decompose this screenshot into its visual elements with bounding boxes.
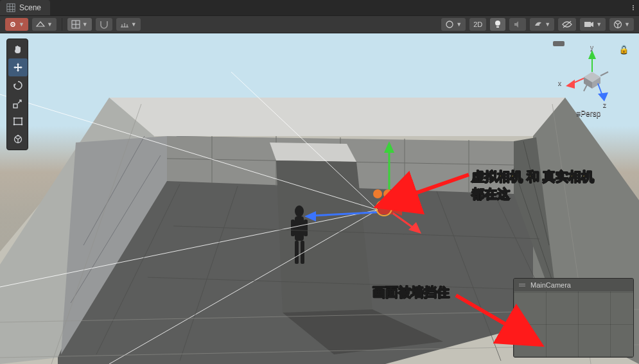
svg-point-14	[446, 21, 453, 28]
svg-rect-16	[584, 22, 591, 27]
svg-rect-72	[13, 104, 17, 108]
camera-preview-title-bar[interactable]: MainCamera	[514, 279, 633, 291]
scene-visibility-button[interactable]	[558, 18, 576, 31]
draw-mode-button[interactable]: ▼	[441, 18, 466, 31]
tool-handle-rotation-button[interactable]: ▼	[32, 18, 57, 31]
svg-line-87	[598, 83, 602, 94]
scene-top-toolbar: ▼ ▼ ▼ ▼ ▼ 2D	[0, 15, 639, 33]
gizmo-projection-label[interactable]: ≡Persp	[576, 109, 600, 118]
svg-rect-45	[304, 220, 308, 236]
gizmo-axis-z-label: z	[603, 101, 606, 108]
svg-point-75	[21, 117, 23, 119]
svg-rect-79	[17, 135, 19, 136]
svg-rect-0	[7, 4, 15, 12]
annotation-arrow-wall	[450, 290, 533, 342]
hand-tool-button[interactable]	[8, 40, 28, 58]
tab-strip: Scene	[0, 0, 639, 15]
toggle-2d-button[interactable]: 2D	[469, 18, 486, 31]
tool-handle-pivot-button[interactable]: ▼	[5, 18, 28, 31]
scale-tool-button[interactable]	[8, 94, 28, 112]
svg-point-59	[383, 189, 392, 198]
tab-scene[interactable]: Scene	[0, 0, 50, 15]
transform-tool-button[interactable]	[8, 130, 28, 148]
svg-rect-73	[14, 118, 22, 125]
svg-point-76	[13, 124, 15, 126]
scene-fx-button[interactable]: ▼	[530, 18, 554, 31]
camera-preview-title: MainCamera	[530, 281, 571, 289]
svg-marker-36	[270, 143, 356, 162]
svg-point-40	[295, 205, 304, 217]
annotation-arrow-camera	[398, 155, 475, 207]
svg-point-74	[13, 117, 15, 119]
gizmo-axis-x-label: x	[558, 80, 561, 87]
scene-camera-button[interactable]: ▼	[580, 18, 606, 31]
scene-icon	[6, 3, 15, 12]
snap-toggle-button[interactable]	[96, 18, 112, 31]
svg-marker-86	[566, 80, 575, 89]
gizmos-button[interactable]: ▼	[609, 18, 634, 31]
tab-label: Scene	[19, 3, 41, 12]
svg-rect-41	[295, 216, 304, 241]
svg-marker-84	[588, 50, 596, 59]
svg-point-58	[373, 189, 382, 198]
label-2d: 2D	[473, 21, 482, 28]
svg-rect-44	[291, 220, 295, 236]
svg-point-6	[12, 24, 13, 25]
svg-line-91	[410, 175, 469, 195]
snap-increment-button[interactable]: ▼	[116, 18, 141, 31]
svg-marker-88	[598, 92, 608, 101]
scene-tool-column	[6, 39, 28, 150]
scene-viewport[interactable]: 🔓 y x z ≡Persp	[0, 33, 639, 364]
svg-point-77	[21, 124, 23, 126]
svg-marker-20	[109, 98, 565, 136]
overlay-menu-handle[interactable]	[553, 41, 565, 46]
scene-lighting-button[interactable]	[490, 18, 505, 31]
gizmo-axis-y-label: y	[590, 44, 593, 51]
orientation-gizmo[interactable]: 🔓 y x z ≡Persp	[562, 46, 622, 123]
move-tool-button[interactable]	[8, 58, 28, 76]
svg-line-92	[456, 295, 511, 327]
svg-rect-42	[295, 241, 299, 264]
drag-handle-icon	[519, 284, 525, 286]
grid-visibility-button[interactable]: ▼	[67, 18, 92, 31]
rect-tool-button[interactable]	[8, 112, 28, 130]
scene-audio-button[interactable]	[509, 18, 526, 31]
rotate-tool-button[interactable]	[8, 76, 28, 94]
svg-line-89	[600, 72, 608, 76]
tab-menu-button[interactable]	[633, 0, 634, 15]
